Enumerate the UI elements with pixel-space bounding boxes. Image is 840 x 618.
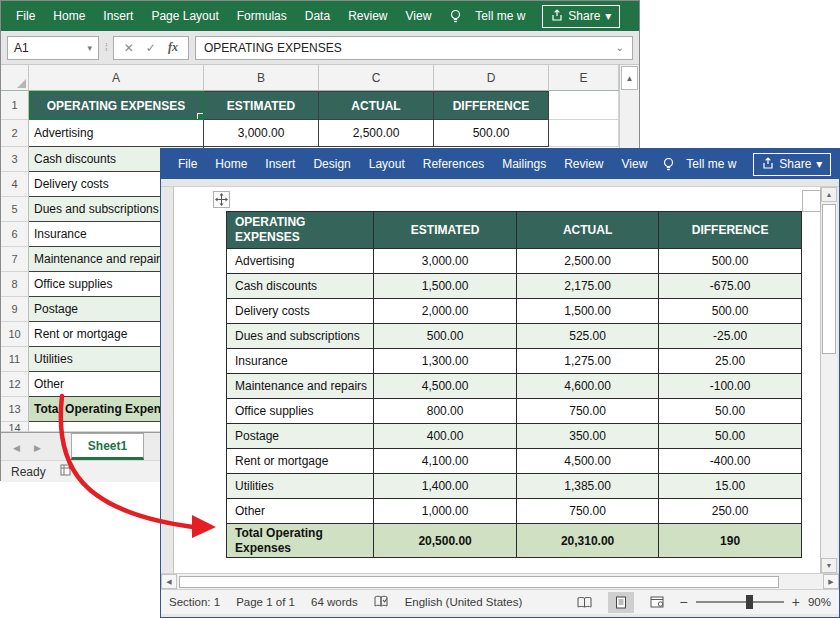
name-box[interactable]: A1 ▾ <box>7 36 99 60</box>
word-tab-layout[interactable]: Layout <box>360 149 414 179</box>
status-language[interactable]: English (United States) <box>405 596 523 608</box>
excel-tab-review[interactable]: Review <box>339 1 396 31</box>
status-page[interactable]: Page 1 of 1 <box>236 596 295 608</box>
cell-d2[interactable]: 500.00 <box>434 120 549 147</box>
table-cell[interactable]: 2,175.00 <box>517 274 659 299</box>
excel-tab-home[interactable]: Home <box>44 1 94 31</box>
table-cell[interactable]: 4,600.00 <box>517 374 659 399</box>
table-cell[interactable]: 15.00 <box>659 474 802 499</box>
cell-e2[interactable] <box>549 120 619 147</box>
word-vertical-scrollbar[interactable]: ▲ ▼ <box>821 187 837 573</box>
table-cell[interactable]: Dues and subscriptions <box>227 324 374 349</box>
table-cell[interactable]: 400.00 <box>374 424 517 449</box>
print-layout-button[interactable] <box>608 592 634 613</box>
row-header[interactable]: 3 <box>1 147 29 172</box>
excel-tab-data[interactable]: Data <box>296 1 339 31</box>
table-cell[interactable]: Utilities <box>227 474 374 499</box>
table-cell[interactable]: 525.00 <box>517 324 659 349</box>
table-cell[interactable]: 3,000.00 <box>374 249 517 274</box>
row-header[interactable]: 13 <box>1 397 29 422</box>
table-cell-total[interactable]: 190 <box>659 524 802 558</box>
scrollbar-thumb[interactable] <box>822 204 836 354</box>
scroll-right-icon[interactable]: ▶ <box>823 574 839 589</box>
zoom-in-icon[interactable]: + <box>792 594 800 610</box>
excel-tab-formulas[interactable]: Formulas <box>228 1 296 31</box>
table-cell-negative[interactable]: -100.00 <box>659 374 802 399</box>
zoom-slider[interactable] <box>696 595 784 609</box>
row-header[interactable]: 11 <box>1 347 29 372</box>
word-tab-references[interactable]: References <box>414 149 493 179</box>
table-cell[interactable]: 1,000.00 <box>374 499 517 524</box>
read-mode-button[interactable] <box>572 592 598 613</box>
document-page[interactable]: OPERATING EXPENSES ESTIMATED ACTUAL DIFF… <box>173 187 821 573</box>
cell-d1[interactable]: DIFFERENCE <box>434 91 549 120</box>
formula-bar-expand-icon[interactable]: ⌄ <box>616 42 624 53</box>
word-tab-file[interactable]: File <box>169 149 206 179</box>
scroll-up-icon[interactable]: ▲ <box>621 66 638 90</box>
table-cell[interactable]: 4,100.00 <box>374 449 517 474</box>
row-header[interactable]: 6 <box>1 222 29 247</box>
cell-c1[interactable]: ACTUAL <box>319 91 434 120</box>
row-header[interactable]: 2 <box>1 120 29 147</box>
column-header-b[interactable]: B <box>204 65 319 91</box>
header-actual[interactable]: ACTUAL <box>517 212 659 249</box>
table-cell[interactable]: 1,400.00 <box>374 474 517 499</box>
table-cell[interactable]: 2,500.00 <box>517 249 659 274</box>
table-cell[interactable]: 500.00 <box>659 249 802 274</box>
table-cell[interactable]: 250.00 <box>659 499 802 524</box>
row-header[interactable]: 7 <box>1 247 29 272</box>
column-header-a[interactable]: A <box>29 65 204 91</box>
table-cell[interactable]: Rent or mortgage <box>227 449 374 474</box>
table-cell[interactable]: 750.00 <box>517 499 659 524</box>
status-section[interactable]: Section: 1 <box>169 596 220 608</box>
column-header-e[interactable]: E <box>549 65 619 91</box>
table-cell[interactable]: 1,275.00 <box>517 349 659 374</box>
row-header[interactable]: 14 <box>1 422 29 432</box>
table-cell[interactable]: 800.00 <box>374 399 517 424</box>
table-cell[interactable]: 4,500.00 <box>374 374 517 399</box>
web-layout-button[interactable] <box>644 592 670 613</box>
word-tab-view[interactable]: View <box>613 149 657 179</box>
word-tab-review[interactable]: Review <box>555 149 612 179</box>
macro-record-icon[interactable] <box>60 464 73 479</box>
word-tab-home[interactable]: Home <box>206 149 256 179</box>
table-cell[interactable]: Insurance <box>227 349 374 374</box>
formula-bar-input[interactable]: OPERATING EXPENSES ⌄ <box>195 36 633 60</box>
zoom-slider-thumb[interactable] <box>746 595 753 609</box>
table-cell-negative[interactable]: -675.00 <box>659 274 802 299</box>
header-estimated[interactable]: ESTIMATED <box>374 212 517 249</box>
table-cell[interactable]: 1,385.00 <box>517 474 659 499</box>
enter-icon[interactable]: ✓ <box>146 41 156 55</box>
word-horizontal-scrollbar[interactable]: ◀ ▶ <box>161 573 839 589</box>
excel-share-button[interactable]: Share ▾ <box>542 5 620 28</box>
table-cell[interactable]: 750.00 <box>517 399 659 424</box>
cell-c2[interactable]: 2,500.00 <box>319 120 434 147</box>
table-cell[interactable]: 350.00 <box>517 424 659 449</box>
sheet-prev-icon[interactable]: ◀ <box>13 443 20 453</box>
row-header[interactable]: 9 <box>1 297 29 322</box>
word-tab-insert[interactable]: Insert <box>256 149 304 179</box>
column-header-d[interactable]: D <box>434 65 549 91</box>
table-cell-total[interactable]: 20,310.00 <box>517 524 659 558</box>
word-tab-design[interactable]: Design <box>304 149 359 179</box>
table-cell[interactable]: 4,500.00 <box>517 449 659 474</box>
excel-tab-view[interactable]: View <box>397 1 441 31</box>
table-cell[interactable]: 50.00 <box>659 399 802 424</box>
cell-b1[interactable]: ESTIMATED <box>204 91 319 120</box>
scroll-up-icon[interactable]: ▲ <box>821 187 837 202</box>
select-all-button[interactable] <box>1 65 29 91</box>
row-header[interactable]: 10 <box>1 322 29 347</box>
table-cell[interactable]: Advertising <box>227 249 374 274</box>
cell-a1-selected[interactable]: OPERATING EXPENSES <box>29 91 204 120</box>
table-cell[interactable]: 1,500.00 <box>517 299 659 324</box>
scrollbar-thumb[interactable] <box>179 576 779 588</box>
table-cell[interactable]: Postage <box>227 424 374 449</box>
table-cell[interactable]: Other <box>227 499 374 524</box>
header-difference[interactable]: DIFFERENCE <box>659 212 802 249</box>
row-header[interactable]: 1 <box>1 91 29 120</box>
table-cell[interactable]: 500.00 <box>659 299 802 324</box>
sheet-next-icon[interactable]: ▶ <box>34 443 41 453</box>
scroll-left-icon[interactable]: ◀ <box>161 574 177 589</box>
header-operating-expenses[interactable]: OPERATING EXPENSES <box>227 212 374 249</box>
cell-b2[interactable]: 3,000.00 <box>204 120 319 147</box>
